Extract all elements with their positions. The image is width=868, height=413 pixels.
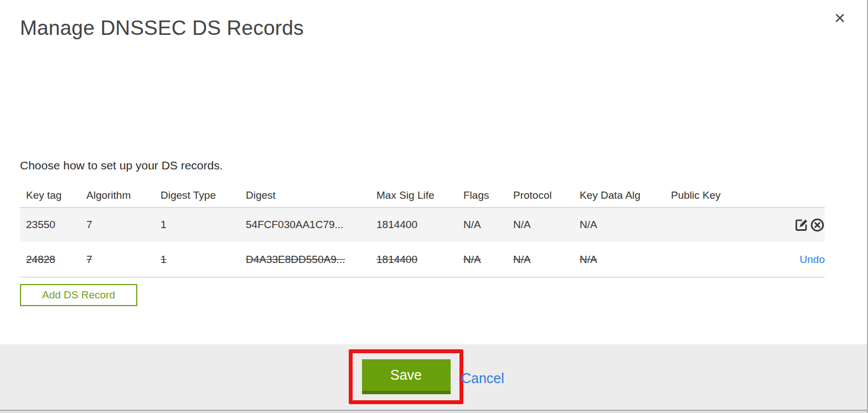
row-actions	[782, 218, 825, 233]
col-header-max-sig-life: Max Sig Life	[376, 189, 463, 202]
col-header-algorithm: Algorithm	[86, 189, 161, 202]
save-button[interactable]: Save	[362, 359, 451, 394]
cell-flags: N/A	[463, 219, 513, 231]
table-header-row: Key tag Algorithm Digest Type Digest Max…	[20, 184, 825, 208]
col-header-key-data-alg: Key Data Alg	[580, 189, 671, 202]
delete-record-icon[interactable]	[810, 218, 825, 233]
intro-text: Choose how to set up your DS records.	[20, 159, 223, 172]
close-icon[interactable]: ✕	[834, 11, 846, 25]
cell-max-sig-life: 1814400	[376, 254, 463, 266]
cell-flags: N/A	[463, 254, 513, 266]
cell-algorithm: 7	[86, 219, 161, 231]
col-header-digest-type: Digest Type	[161, 189, 246, 202]
col-header-key-tag: Key tag	[20, 189, 86, 202]
cell-key-tag: 24828	[20, 254, 86, 266]
table-row: 23550 7 1 54FCF030AA1C79... 1814400 N/A …	[20, 208, 825, 242]
row-actions: Undo	[782, 254, 825, 266]
ds-records-table: Key tag Algorithm Digest Type Digest Max…	[20, 184, 825, 277]
cell-protocol: N/A	[513, 254, 580, 266]
undo-link[interactable]: Undo	[800, 254, 825, 266]
redacted-domain-name	[20, 123, 213, 141]
col-header-public-key: Public Key	[671, 189, 782, 202]
cell-key-data-alg: N/A	[580, 254, 671, 266]
save-annotation-highlight: Save	[349, 349, 463, 404]
table-row-deleted: 24828 7 1 D4A33E8DD550A9... 1814400 N/A …	[20, 242, 825, 277]
edit-record-icon[interactable]	[794, 218, 809, 233]
manage-dnssec-dialog: Manage DNSSEC DS Records ✕ Choose how to…	[0, 0, 868, 413]
cell-algorithm: 7	[86, 254, 161, 266]
page-title: Manage DNSSEC DS Records	[20, 17, 304, 40]
cell-digest-type: 1	[161, 254, 246, 266]
cell-max-sig-life: 1814400	[376, 219, 463, 231]
cell-digest: D4A33E8DD550A9...	[246, 254, 376, 266]
add-ds-record-button[interactable]: Add DS Record	[20, 284, 137, 306]
cancel-link[interactable]: Cancel	[461, 370, 504, 386]
cell-protocol: N/A	[513, 219, 580, 231]
col-header-protocol: Protocol	[513, 189, 580, 202]
cell-digest-type: 1	[161, 219, 246, 231]
cell-digest: 54FCF030AA1C79...	[246, 219, 376, 231]
cell-key-tag: 23550	[20, 219, 86, 231]
col-header-flags: Flags	[463, 189, 513, 202]
dialog-footer: Save Cancel	[0, 344, 867, 410]
cell-key-data-alg: N/A	[580, 219, 671, 231]
col-header-digest: Digest	[246, 189, 376, 202]
